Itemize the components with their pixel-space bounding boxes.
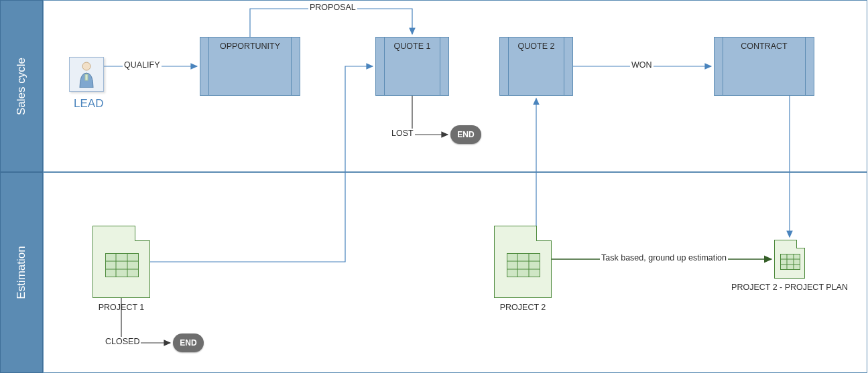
svg-point-0 bbox=[82, 62, 90, 70]
node-quote2: QUOTE 2 bbox=[499, 37, 573, 96]
node-project2-label: PROJECT 2 bbox=[483, 303, 563, 312]
node-project2 bbox=[494, 226, 552, 298]
node-project-plan bbox=[774, 240, 805, 279]
node-project1-label: PROJECT 1 bbox=[80, 303, 162, 312]
node-quote1-label: QUOTE 1 bbox=[376, 42, 448, 51]
edge-taskbased-label: Task based, ground up estimation bbox=[600, 253, 728, 263]
node-end-lost-label: END bbox=[457, 130, 474, 139]
edge-qualify-label: QUALIFY bbox=[123, 60, 162, 70]
node-opportunity-label: OPPORTUNITY bbox=[200, 42, 300, 51]
lead-label: LEAD bbox=[74, 97, 103, 110]
lead-icon bbox=[69, 57, 104, 92]
svg-rect-7 bbox=[507, 254, 540, 277]
lane-header-estimation: Estimation bbox=[0, 172, 43, 373]
lane-title-estimation: Estimation bbox=[15, 246, 28, 299]
node-contract: CONTRACT bbox=[714, 37, 814, 96]
svg-rect-12 bbox=[781, 254, 800, 270]
node-end-closed-label: END bbox=[180, 338, 196, 348]
node-quote2-label: QUOTE 2 bbox=[500, 42, 572, 51]
edge-closed-label: CLOSED bbox=[104, 337, 141, 346]
swimlane-diagram: Sales cycle Estimation LEAD OPPORTUNITY … bbox=[0, 0, 868, 373]
edge-won-label: WON bbox=[630, 60, 654, 70]
node-quote1: QUOTE 1 bbox=[375, 37, 449, 96]
lane-body-estimation bbox=[43, 172, 867, 373]
node-end-closed: END bbox=[173, 333, 204, 352]
edge-lost-label: LOST bbox=[390, 129, 415, 138]
lane-header-sales: Sales cycle bbox=[0, 0, 43, 172]
edge-proposal-label: PROPOSAL bbox=[308, 3, 357, 12]
node-opportunity: OPPORTUNITY bbox=[200, 37, 300, 96]
lane-title-sales: Sales cycle bbox=[15, 58, 28, 115]
node-end-lost: END bbox=[450, 125, 481, 144]
svg-rect-2 bbox=[106, 254, 139, 277]
node-project1 bbox=[92, 226, 150, 298]
node-project-plan-label: PROJECT 2 - PROJECT PLAN bbox=[725, 283, 854, 292]
svg-rect-1 bbox=[85, 74, 88, 80]
node-contract-label: CONTRACT bbox=[715, 42, 814, 51]
